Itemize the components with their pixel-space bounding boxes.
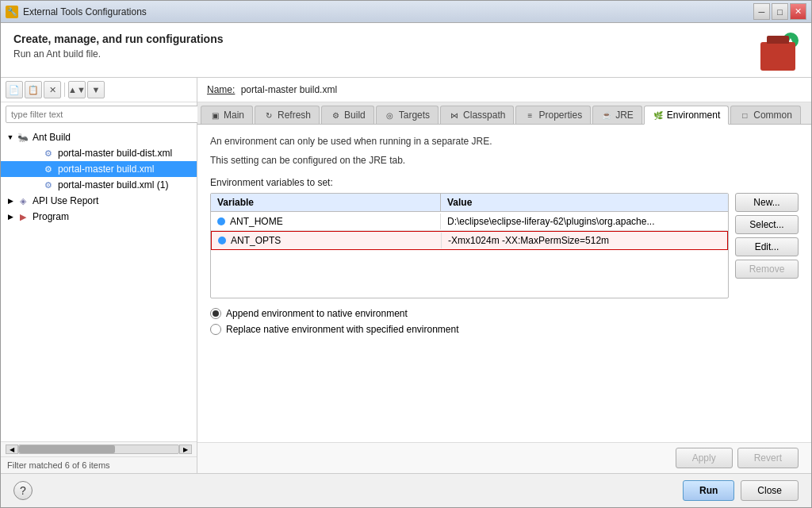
tab-common[interactable]: □ Common (730, 106, 801, 124)
title-bar: 🔧 External Tools Configurations ─ □ ✕ (1, 1, 811, 23)
expand-dropdown-button[interactable]: ▼ (87, 81, 105, 98)
tree-toggle-ant[interactable]: ▼ (6, 133, 15, 142)
common-tab-icon: □ (739, 110, 750, 121)
tab-classpath[interactable]: ⋈ Classpath (440, 106, 514, 124)
tab-build-label: Build (344, 110, 366, 121)
properties-tab-icon: ≡ (524, 110, 535, 121)
minimize-button[interactable]: ─ (753, 3, 770, 20)
revert-button[interactable]: Revert (737, 448, 799, 468)
api-icon: ◈ (17, 194, 29, 207)
env-var-ant-opts: ANT_OPTS (212, 233, 442, 248)
tree-item-ant-build[interactable]: ▼ 🐜 Ant Build (1, 129, 197, 145)
select-env-button[interactable]: Select... (735, 215, 799, 234)
tree-label-build-dist: portal-master build-dist.xml (58, 148, 172, 159)
scroll-left-button[interactable]: ◀ (6, 444, 18, 454)
collapse-button[interactable]: ▲▼ (68, 81, 86, 98)
tab-targets[interactable]: ◎ Targets (376, 106, 439, 124)
env-val-ant-home: D:\eclipse\eclipse-liferay-62\plugins\or… (441, 214, 728, 229)
env-vars-label: Environment variables to set: (210, 177, 799, 188)
scrollbar-track[interactable] (18, 444, 179, 454)
row-dot-2 (218, 237, 226, 244)
tree-toggle-empty-2 (31, 164, 40, 174)
tab-targets-label: Targets (399, 110, 430, 121)
env-desc-line1: An environment can only be used when run… (210, 134, 799, 148)
tab-environment[interactable]: 🌿 Environment (644, 106, 729, 125)
refresh-tab-icon: ↻ (263, 110, 274, 121)
delete-config-button[interactable]: ✕ (44, 81, 61, 98)
help-button[interactable]: ? (13, 481, 33, 500)
tab-main[interactable]: ▣ Main (201, 106, 253, 124)
toolbar-separator (64, 83, 65, 97)
footer-left: ? (13, 481, 33, 500)
run-button[interactable]: Run (683, 480, 734, 501)
tab-refresh[interactable]: ↻ Refresh (255, 106, 320, 124)
tab-classpath-label: Classpath (463, 110, 505, 121)
tree-toggle-empty-1 (31, 148, 40, 158)
radio-replace[interactable]: Replace native environment with specifie… (210, 324, 799, 335)
tree-item-build-xml[interactable]: ⚙ portal-master build.xml (1, 161, 197, 177)
tree-item-api-report[interactable]: ▶ ◈ API Use Report (1, 193, 197, 209)
tree-label-ant-build: Ant Build (33, 132, 71, 143)
close-button[interactable]: Close (741, 480, 799, 501)
maximize-button[interactable]: □ (772, 3, 788, 20)
tab-jre-label: JRE (615, 110, 634, 121)
tab-build[interactable]: ⚙ Build (321, 106, 374, 124)
filter-status: Filter matched 6 of 6 items (1, 456, 197, 473)
horizontal-scrollbar[interactable]: ◀ ▶ (1, 441, 197, 456)
dialog-title: Create, manage, and run configurations (13, 33, 224, 45)
env-row-ant-opts[interactable]: ANT_OPTS -Xmx1024m -XX:MaxPermSize=512m (211, 231, 728, 250)
new-config-button[interactable]: 📄 (6, 81, 23, 98)
env-var-ant-home: ANT_HOME (211, 214, 441, 229)
main-tab-icon: ▣ (209, 110, 220, 121)
right-panel: Name: portal-master build.xml ▣ Main ↻ R… (197, 78, 811, 473)
left-toolbar: 📄 📋 ✕ ▲▼ ▼ (1, 78, 197, 102)
env-var-name-2: ANT_OPTS (231, 235, 281, 246)
tree-item-program[interactable]: ▶ ▶ Program (1, 209, 197, 225)
scrollbar-thumb[interactable] (19, 445, 115, 453)
tree-label-build-xml-1: portal-master build.xml (1) (58, 179, 168, 190)
build-tab-icon: ⚙ (330, 110, 341, 121)
dialog-subtitle: Run an Ant build file. (13, 48, 224, 60)
name-bar: Name: portal-master build.xml (197, 78, 811, 102)
env-val-ant-opts: -Xmx1024m -XX:MaxPermSize=512m (442, 233, 727, 248)
main-content: 📄 📋 ✕ ▲▼ ▼ ▼ 🐜 Ant Build (1, 78, 811, 473)
radio-replace-dot[interactable] (210, 324, 221, 335)
new-env-button[interactable]: New... (735, 193, 799, 212)
tree-item-build-xml-1[interactable]: ⚙ portal-master build.xml (1) (1, 177, 197, 193)
footer-right: Run Close (683, 480, 799, 501)
program-icon: ▶ (17, 210, 29, 223)
radio-group: Append environment to native environment… (210, 308, 799, 335)
tab-jre[interactable]: ☕ JRE (592, 106, 642, 124)
apply-button[interactable]: Apply (676, 448, 733, 468)
tree-area: ▼ 🐜 Ant Build ⚙ portal-master build-dist… (1, 126, 197, 441)
filter-input[interactable] (6, 106, 201, 123)
tab-main-label: Main (224, 110, 244, 121)
tree-item-build-dist[interactable]: ⚙ portal-master build-dist.xml (1, 145, 197, 161)
radio-append[interactable]: Append environment to native environment (210, 308, 799, 319)
radio-replace-label: Replace native environment with specifie… (226, 324, 459, 335)
tab-properties[interactable]: ≡ Properties (515, 106, 591, 124)
close-window-button[interactable]: ✕ (790, 3, 806, 20)
targets-tab-icon: ◎ (385, 110, 396, 121)
radio-append-label: Append environment to native environment (226, 308, 408, 319)
left-panel: 📄 📋 ✕ ▲▼ ▼ ▼ 🐜 Ant Build (1, 78, 197, 473)
duplicate-config-button[interactable]: 📋 (25, 81, 42, 98)
remove-env-button[interactable]: Remove (735, 260, 799, 279)
scroll-right-button[interactable]: ▶ (179, 444, 192, 454)
toolbox-icon (760, 42, 795, 71)
env-row-ant-home[interactable]: ANT_HOME D:\eclipse\eclipse-liferay-62\p… (211, 212, 728, 231)
tree-toggle-program[interactable]: ▶ (6, 212, 15, 221)
tree-toggle-api[interactable]: ▶ (6, 196, 15, 206)
env-table-container: Variable Value ANT_HOME D:\eclipse\eclip… (210, 193, 799, 298)
tab-properties-label: Properties (538, 110, 582, 121)
env-table: Variable Value ANT_HOME D:\eclipse\eclip… (210, 193, 729, 298)
jre-tab-icon: ☕ (601, 110, 612, 121)
tab-common-label: Common (753, 110, 792, 121)
radio-append-dot[interactable] (210, 308, 221, 319)
window-title: External Tools Configurations (23, 6, 753, 17)
env-table-header: Variable Value (211, 194, 728, 212)
edit-env-button[interactable]: Edit... (735, 237, 799, 256)
tree-label-build-xml: portal-master build.xml (58, 164, 154, 175)
dialog-footer: ? Run Close (1, 473, 811, 507)
tab-environment-label: Environment (667, 110, 720, 121)
